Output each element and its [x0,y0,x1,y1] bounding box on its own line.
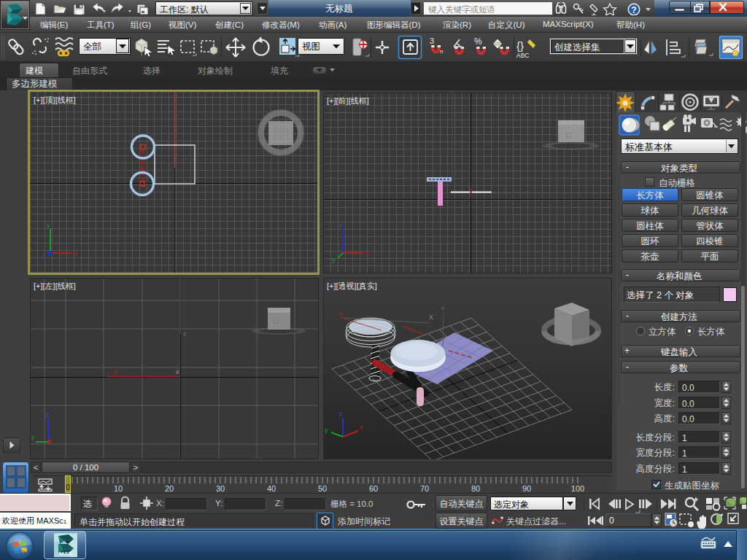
svg-text:X: X [247,157,251,164]
svg-text:y: y [114,368,117,375]
svg-text:3: 3 [430,36,434,45]
svg-text:90: 90 [522,484,531,493]
svg-text:X: X [429,314,433,321]
svg-text:y: y [339,310,343,317]
svg-text:50: 50 [318,484,327,493]
svg-text:z: z [183,330,187,338]
svg-text:□: □ [276,129,281,139]
svg-text:z: z [441,305,444,311]
svg-text:40: 40 [267,484,276,493]
svg-text:z: z [339,411,343,418]
svg-text:MAX: MAX [59,551,72,557]
svg-text:80: 80 [471,484,480,493]
svg-text:y: y [47,222,50,229]
svg-text:y: y [325,427,328,434]
svg-text:?: ? [631,5,636,15]
svg-text:[+][顶][线框]: [+][顶][线框] [34,96,76,104]
svg-text:60: 60 [369,484,378,493]
svg-text:20: 20 [165,484,174,493]
svg-text:□: □ [274,316,279,325]
svg-text:10: 10 [114,484,123,493]
svg-text:y: y [332,257,336,264]
svg-text:70: 70 [420,484,429,493]
svg-text:{}: {} [516,39,524,52]
svg-text:[+][透视][真实]: [+][透视][真实] [327,281,377,290]
svg-text:y: y [31,433,35,440]
svg-text:%: % [474,36,482,47]
svg-text:100: 100 [571,484,584,493]
svg-text:[+][左][线框]: [+][左][线框] [34,281,76,290]
svg-text:z: z [42,252,46,260]
svg-text:[+][前][线框]: [+][前][线框] [327,96,369,105]
svg-text:x: x [176,368,179,376]
svg-text:z: z [339,222,343,229]
svg-text:ABC: ABC [516,52,529,59]
svg-text:x: x [365,250,369,257]
svg-text:30: 30 [216,484,225,493]
svg-text:Z: Z [174,157,178,164]
svg-text:□: □ [566,130,571,140]
svg-text:x: x [74,250,77,257]
svg-text:z: z [45,411,49,419]
svg-text:x: x [360,424,363,431]
svg-text:n: n [440,48,443,55]
